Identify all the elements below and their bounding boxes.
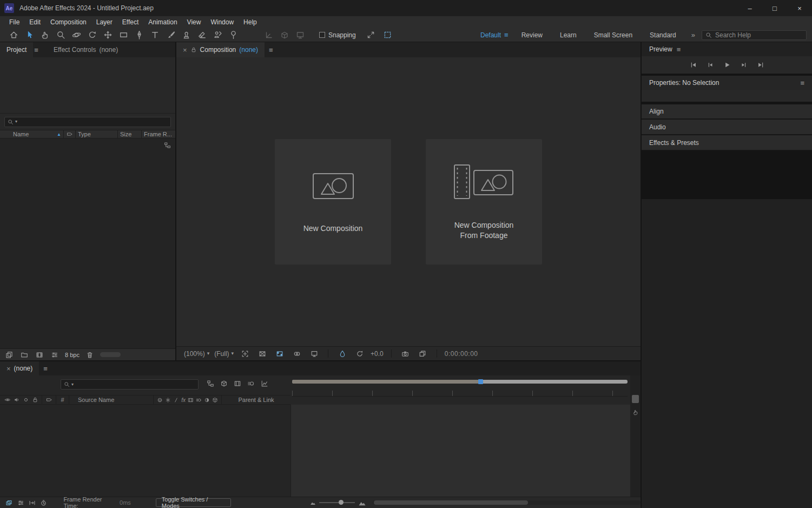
menu-help[interactable]: Help	[239, 18, 262, 26]
hand-tool-icon[interactable]	[39, 29, 51, 42]
toggle-switches-modes-button[interactable]: Toggle Switches / Modes	[156, 498, 232, 507]
view-axis-mode-icon[interactable]	[294, 29, 306, 42]
channels-icon[interactable]	[291, 347, 303, 360]
project-settings-icon[interactable]	[50, 350, 60, 360]
rectangle-tool-icon[interactable]	[117, 29, 130, 42]
lock-icon[interactable]	[190, 47, 197, 53]
roto-brush-tool-icon[interactable]	[212, 29, 224, 42]
search-options-chevron-icon[interactable]: ▾	[15, 120, 17, 124]
workspace-overflow-icon[interactable]: »	[691, 31, 695, 39]
help-search-input[interactable]	[715, 31, 803, 39]
safe-guides-icon[interactable]	[239, 347, 251, 360]
expand-transfer-controls-icon[interactable]	[16, 498, 25, 507]
puppet-pin-tool-icon[interactable]	[227, 29, 240, 42]
zoom-tool-icon[interactable]	[55, 29, 67, 42]
properties-panel-menu-icon[interactable]: ≡	[800, 79, 804, 87]
local-axis-mode-icon[interactable]	[262, 29, 275, 42]
time-ruler-ticks[interactable]	[292, 391, 628, 397]
frame-blending-icon[interactable]	[234, 380, 241, 387]
vertical-scrollbar-thumb[interactable]	[632, 395, 639, 403]
resolution-dropdown[interactable]: (Full) ▾	[214, 350, 234, 358]
align-panel-header[interactable]: Align	[642, 104, 812, 120]
adjustment-layer-icon[interactable]	[204, 397, 210, 403]
column-size[interactable]: Size	[118, 130, 142, 138]
snapshot-icon[interactable]	[399, 347, 412, 360]
tab-composition[interactable]: × Composition (none)	[176, 42, 265, 57]
quality-icon[interactable]	[173, 397, 179, 403]
timeline-panel-menu-icon[interactable]: ≡	[43, 365, 48, 373]
column-label[interactable]	[64, 130, 76, 138]
eraser-tool-icon[interactable]	[196, 29, 208, 42]
exposure-value[interactable]: +0.0	[371, 350, 384, 358]
zoom-out-mountain-icon[interactable]	[310, 500, 316, 506]
color-management-icon[interactable]	[336, 347, 348, 360]
menu-window[interactable]: Window	[206, 18, 239, 26]
workspace-tab-standard[interactable]: Standard	[641, 31, 685, 39]
pen-tool-icon[interactable]	[133, 29, 146, 42]
tab-timeline[interactable]: × (none)	[0, 361, 39, 375]
3d-layer-icon[interactable]	[212, 397, 218, 403]
work-area-bar[interactable]	[292, 380, 628, 384]
minimize-button[interactable]: –	[737, 0, 762, 16]
new-composition-from-footage-tile[interactable]: New Composition From Footage	[426, 139, 542, 265]
menu-edit[interactable]: Edit	[24, 18, 45, 26]
zoom-slider-handle[interactable]	[339, 500, 344, 505]
preview-panel-header[interactable]: Preview ≡	[642, 42, 812, 56]
orbit-camera-tool-icon[interactable]	[70, 29, 83, 42]
region-capture-icon[interactable]	[381, 29, 394, 42]
workspace-tab-default[interactable]: Default	[472, 31, 503, 39]
expand-render-time-icon[interactable]	[39, 498, 48, 507]
close-tab-icon[interactable]: ×	[6, 365, 11, 373]
source-name-column-header[interactable]: Source Name	[69, 395, 153, 404]
world-axis-mode-icon[interactable]	[278, 29, 291, 42]
timecode-display[interactable]: 0:00:00:00	[445, 350, 478, 358]
new-composition-tile[interactable]: New Composition	[275, 139, 391, 265]
menu-composition[interactable]: Composition	[45, 18, 91, 26]
last-frame-button[interactable]	[755, 60, 766, 70]
motion-blur-icon[interactable]	[247, 380, 255, 387]
frame-blend-icon[interactable]	[188, 397, 194, 403]
new-folder-icon[interactable]	[19, 350, 29, 360]
shy-icon[interactable]	[157, 397, 163, 403]
layer-list-area[interactable]	[0, 405, 291, 497]
preview-panel-menu-icon[interactable]: ≡	[677, 45, 681, 54]
search-options-chevron-icon[interactable]: ▾	[71, 382, 74, 387]
fx-icon[interactable]: fx	[181, 397, 186, 403]
draft-3d-icon[interactable]	[220, 380, 228, 387]
menu-effect[interactable]: Effect	[117, 18, 143, 26]
parent-link-column-header[interactable]: Parent & Link	[221, 395, 291, 404]
interpret-footage-icon[interactable]	[4, 350, 14, 360]
clone-stamp-tool-icon[interactable]	[180, 29, 193, 42]
type-tool-icon[interactable]	[149, 29, 161, 42]
effects-presets-panel-header[interactable]: Effects & Presets	[642, 135, 812, 151]
tab-effect-controls[interactable]: Effect Controls (none)	[47, 42, 124, 57]
project-flowchart-icon[interactable]	[164, 142, 171, 149]
view-layout-icon[interactable]	[308, 347, 320, 360]
menu-view[interactable]: View	[182, 18, 206, 26]
workspace-menu-icon[interactable]: ≡	[504, 31, 509, 39]
selection-tool-icon[interactable]	[23, 29, 36, 42]
column-type[interactable]: Type	[76, 130, 118, 138]
previous-frame-button[interactable]	[705, 60, 716, 70]
mini-flowchart-icon[interactable]	[207, 380, 214, 387]
properties-panel-header[interactable]: Properties: No Selection ≡	[642, 76, 812, 90]
composition-panel-menu-icon[interactable]: ≡	[269, 46, 273, 54]
project-panel-menu-icon[interactable]: ≡	[34, 46, 38, 54]
label-column-header[interactable]	[42, 395, 56, 404]
work-area-marker[interactable]	[478, 379, 483, 384]
tab-project[interactable]: Project	[0, 42, 33, 57]
snapping-checkbox[interactable]	[319, 32, 325, 38]
expand-in-out-icon[interactable]	[28, 498, 37, 507]
pan-behind-tool-icon[interactable]	[102, 29, 114, 42]
motion-blur-icon[interactable]	[196, 397, 202, 403]
audio-speaker-icon[interactable]	[14, 397, 20, 403]
vertical-scrollbar[interactable]	[630, 405, 641, 497]
menu-animation[interactable]: Animation	[143, 18, 182, 26]
project-search-input[interactable]	[19, 118, 168, 126]
reset-exposure-icon[interactable]	[353, 347, 366, 360]
snapping-toggle[interactable]: Snapping	[319, 31, 356, 39]
new-composition-icon[interactable]	[35, 350, 44, 360]
workspace-tab-small-screen[interactable]: Small Screen	[585, 31, 641, 39]
number-column-header[interactable]: #	[56, 395, 69, 404]
workspace-tab-learn[interactable]: Learn	[551, 31, 585, 39]
